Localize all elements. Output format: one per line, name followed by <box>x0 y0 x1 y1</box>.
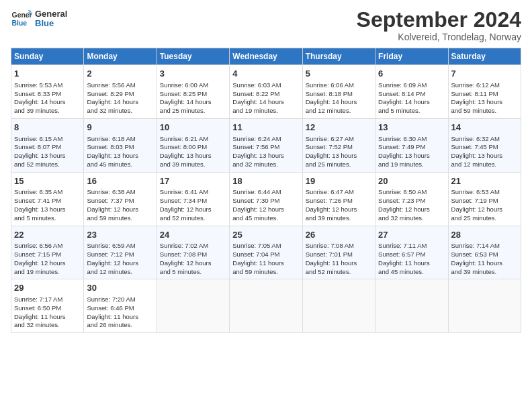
day-info: and 5 minutes. <box>14 214 81 223</box>
calendar-cell: 11Sunrise: 6:24 AMSunset: 7:56 PMDayligh… <box>230 118 302 172</box>
day-info: and 12 minutes. <box>87 268 153 277</box>
col-monday: Monday <box>84 48 157 65</box>
day-info: Daylight: 13 hours <box>378 152 445 161</box>
calendar-cell: 19Sunrise: 6:47 AMSunset: 7:26 PMDayligh… <box>302 172 375 226</box>
col-tuesday: Tuesday <box>157 48 229 65</box>
day-info: Daylight: 11 hours <box>14 313 81 322</box>
day-info: Daylight: 12 hours <box>232 205 299 214</box>
day-info: Sunrise: 6:00 AM <box>160 81 226 90</box>
day-info: Daylight: 14 hours <box>378 98 445 107</box>
calendar-cell <box>302 279 375 333</box>
day-number: 22 <box>14 229 81 241</box>
calendar-cell: 17Sunrise: 6:41 AMSunset: 7:34 PMDayligh… <box>157 172 229 226</box>
day-number: 26 <box>306 229 372 241</box>
calendar-cell: 5Sunrise: 6:06 AMSunset: 8:18 PMDaylight… <box>302 65 375 119</box>
day-info: Sunset: 6:53 PM <box>451 250 518 259</box>
day-info: Sunrise: 7:20 AM <box>87 295 153 304</box>
day-info: Sunrise: 7:14 AM <box>451 242 518 250</box>
day-info: and 59 minutes. <box>87 214 153 223</box>
day-info: Sunrise: 6:15 AM <box>14 135 81 144</box>
day-number: 30 <box>87 282 153 294</box>
day-info: Sunset: 8:00 PM <box>160 143 226 152</box>
day-info: Daylight: 11 hours <box>87 313 153 322</box>
day-info: and 59 minutes. <box>232 268 299 277</box>
day-info: Sunset: 7:52 PM <box>306 143 372 152</box>
day-info: Daylight: 12 hours <box>160 259 226 268</box>
day-info: Sunset: 7:30 PM <box>232 197 299 205</box>
calendar-cell: 21Sunrise: 6:53 AMSunset: 7:19 PMDayligh… <box>448 172 521 226</box>
day-number: 9 <box>87 122 153 134</box>
day-info: Daylight: 12 hours <box>451 205 518 214</box>
day-info: Sunrise: 6:59 AM <box>87 242 153 250</box>
day-number: 7 <box>451 68 518 80</box>
calendar-cell <box>157 279 229 333</box>
calendar-cell: 15Sunrise: 6:35 AMSunset: 7:41 PMDayligh… <box>11 172 84 226</box>
calendar-cell: 12Sunrise: 6:27 AMSunset: 7:52 PMDayligh… <box>302 118 375 172</box>
day-info: Sunrise: 7:11 AM <box>378 242 445 250</box>
day-info: Daylight: 12 hours <box>306 205 372 214</box>
day-info: Sunset: 8:33 PM <box>14 90 81 99</box>
svg-text:Blue: Blue <box>12 19 28 27</box>
day-info: Sunrise: 6:21 AM <box>160 135 226 144</box>
day-info: Daylight: 13 hours <box>232 152 299 161</box>
day-info: and 39 minutes. <box>451 268 518 277</box>
calendar-cell: 30Sunrise: 7:20 AMSunset: 6:46 PMDayligh… <box>84 279 157 333</box>
day-info: Sunrise: 6:27 AM <box>306 135 372 144</box>
logo: General Blue General Blue <box>11 8 67 30</box>
day-info: Sunset: 7:56 PM <box>232 143 299 152</box>
calendar-cell: 14Sunrise: 6:32 AMSunset: 7:45 PMDayligh… <box>448 118 521 172</box>
day-info: Sunrise: 7:08 AM <box>306 242 372 250</box>
day-info: Sunset: 7:37 PM <box>87 197 153 205</box>
calendar-cell: 18Sunrise: 6:44 AMSunset: 7:30 PMDayligh… <box>230 172 302 226</box>
calendar-cell <box>375 279 448 333</box>
day-info: and 32 minutes. <box>14 321 81 330</box>
day-number: 16 <box>87 175 153 187</box>
day-info: Sunset: 8:18 PM <box>306 90 372 99</box>
day-info: Daylight: 12 hours <box>14 259 81 268</box>
logo-general: General <box>35 9 67 19</box>
day-info: Sunset: 6:50 PM <box>14 304 81 313</box>
day-number: 27 <box>378 229 445 241</box>
day-info: and 39 minutes. <box>160 161 226 169</box>
day-info: Sunset: 8:03 PM <box>87 143 153 152</box>
day-info: Sunrise: 6:35 AM <box>14 188 81 197</box>
day-number: 23 <box>87 229 153 241</box>
week-row-5: 29Sunrise: 7:17 AMSunset: 6:50 PMDayligh… <box>11 279 521 333</box>
day-number: 29 <box>14 282 81 294</box>
day-info: and 19 minutes. <box>14 268 81 277</box>
day-info: Sunset: 8:22 PM <box>232 90 299 99</box>
day-info: Daylight: 13 hours <box>87 152 153 161</box>
day-info: and 25 minutes. <box>306 161 372 169</box>
calendar-cell: 7Sunrise: 6:12 AMSunset: 8:11 PMDaylight… <box>448 65 521 119</box>
calendar-table: Sunday Monday Tuesday Wednesday Thursday… <box>11 48 521 333</box>
day-number: 6 <box>378 68 445 80</box>
day-info: Sunset: 7:04 PM <box>232 250 299 259</box>
calendar-cell: 1Sunrise: 5:53 AMSunset: 8:33 PMDaylight… <box>11 65 84 119</box>
calendar-cell <box>448 279 521 333</box>
calendar-cell: 22Sunrise: 6:56 AMSunset: 7:15 PMDayligh… <box>11 226 84 279</box>
day-info: and 32 minutes. <box>87 107 153 116</box>
day-info: and 45 minutes. <box>378 268 445 277</box>
day-number: 24 <box>160 229 226 241</box>
day-info: and 52 minutes. <box>160 214 226 223</box>
day-info: Sunset: 7:08 PM <box>160 250 226 259</box>
day-info: and 12 minutes. <box>306 107 372 116</box>
week-row-2: 8Sunrise: 6:15 AMSunset: 8:07 PMDaylight… <box>11 118 521 172</box>
day-info: Daylight: 11 hours <box>306 259 372 268</box>
day-info: Daylight: 12 hours <box>378 205 445 214</box>
day-info: and 32 minutes. <box>378 214 445 223</box>
day-info: Sunrise: 6:06 AM <box>306 81 372 90</box>
day-number: 4 <box>232 68 299 80</box>
calendar-cell: 24Sunrise: 7:02 AMSunset: 7:08 PMDayligh… <box>157 226 229 279</box>
day-info: and 25 minutes. <box>160 107 226 116</box>
day-info: and 52 minutes. <box>14 161 81 169</box>
day-number: 17 <box>160 175 226 187</box>
day-info: Sunset: 8:29 PM <box>87 90 153 99</box>
day-number: 18 <box>232 175 299 187</box>
day-info: and 19 minutes. <box>232 107 299 116</box>
day-info: Sunrise: 7:17 AM <box>14 295 81 304</box>
day-info: Daylight: 11 hours <box>378 259 445 268</box>
page-container: General Blue General Blue September 2024… <box>0 0 532 338</box>
day-info: Daylight: 12 hours <box>160 205 226 214</box>
day-info: Sunset: 6:46 PM <box>87 304 153 313</box>
